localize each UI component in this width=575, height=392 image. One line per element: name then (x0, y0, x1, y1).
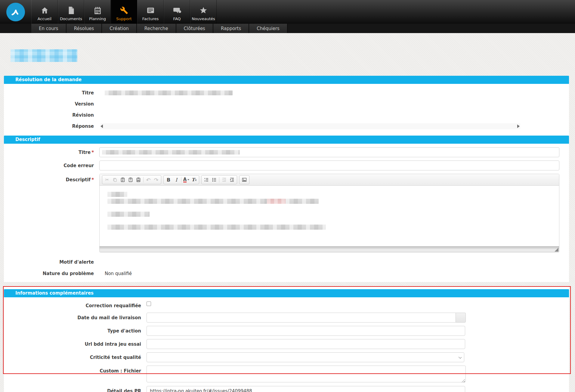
field-row-descriptif: Descriptif* ✂ (4, 174, 569, 253)
text-color-letter: A (183, 177, 187, 182)
subtab-cloturees[interactable]: Clôturées (176, 24, 213, 33)
subtab-resolues[interactable]: Résolues (66, 24, 102, 33)
tab-label: Accueil (38, 17, 51, 21)
reponse-label: Réponse (4, 123, 99, 129)
copy-icon (111, 176, 119, 184)
field-row-code-erreur: Code erreur (4, 161, 569, 170)
indent-icon[interactable] (228, 176, 236, 184)
bold-icon[interactable]: B (165, 176, 172, 184)
editor-content-area[interactable] (100, 186, 559, 246)
type-action-input[interactable] (147, 326, 465, 336)
date-mail-livraison-label: Date du mail de livraison (4, 315, 147, 321)
field-row-criticite: Criticité test qualité (4, 352, 569, 362)
paste-plain-text-icon[interactable] (127, 176, 134, 184)
criticite-select-wrap (147, 352, 464, 362)
remove-format-letter: T (191, 177, 195, 182)
subtab-chequiers[interactable]: Chéquiers (249, 24, 288, 33)
tab-factures[interactable]: Factures (137, 0, 164, 24)
editor-horizontal-scrollbar[interactable] (100, 246, 559, 252)
field-row-url-bdd: Url bdd intra jeu essai (4, 339, 569, 349)
section-body: Titre* Code erreur Descriptif* ✂ (4, 144, 569, 282)
detail-pr-input[interactable] (147, 386, 465, 392)
tab-label: FAQ (173, 17, 181, 21)
top-navigation-bar: Accueil Documents Planning Support Factu… (0, 0, 575, 24)
tab-label: Support (116, 17, 131, 21)
wrench-icon (120, 6, 128, 14)
invoice-icon (147, 6, 155, 14)
subtab-en-cours[interactable]: En cours (31, 24, 66, 33)
criticite-label: Criticité test qualité (4, 354, 147, 360)
toolbar-separator (219, 177, 219, 182)
nature-probleme-label: Nature du problème (4, 271, 99, 277)
tab-label: Documents (60, 17, 82, 21)
calendar-icon (94, 6, 102, 14)
url-bdd-input[interactable] (147, 339, 465, 349)
subtab-recherche[interactable]: Recherche (137, 24, 176, 33)
editor-toolbar: ✂ ↶ (100, 174, 559, 186)
section-descriptif: Descriptif Titre* Code erreur Descriptif… (4, 136, 569, 282)
remove-format-icon[interactable]: Tx (190, 176, 198, 184)
page-title-redacted (11, 49, 77, 62)
titre-label: Titre* (4, 149, 99, 155)
star-icon (199, 6, 208, 14)
editor-resize-grip[interactable] (555, 248, 558, 252)
insert-image-icon[interactable] (240, 176, 248, 184)
numbered-list-icon[interactable] (202, 176, 210, 184)
subtab-label: Clôturées (184, 26, 205, 31)
url-bdd-label: Url bdd intra jeu essai (4, 341, 147, 347)
custom-fichier-textarea[interactable] (147, 366, 466, 382)
field-row-custom-fichier: Custom : Fichier (4, 366, 569, 384)
subtab-creation[interactable]: Création (102, 24, 137, 33)
field-row-correction: Correction requalifiée (4, 302, 569, 308)
italic-icon[interactable]: I (172, 176, 180, 184)
redo-icon: ↷ (152, 176, 160, 184)
tab-support[interactable]: Support (111, 0, 137, 24)
titre-input-wrap (99, 147, 559, 157)
section-header: Informations complémentaires (4, 289, 569, 297)
toolbar-list-group (201, 175, 237, 184)
subtab-label: Création (110, 26, 128, 31)
custom-fichier-wrap (147, 366, 466, 384)
titre-value-redacted (105, 90, 233, 95)
editor-blank-line (107, 219, 551, 223)
code-erreur-input[interactable] (99, 161, 559, 170)
section-title: Informations complémentaires (15, 290, 94, 296)
collapse-left-icon[interactable] (100, 124, 103, 128)
expand-right-icon[interactable] (517, 124, 520, 128)
bulleted-list-icon[interactable] (210, 176, 218, 184)
subtab-rapports[interactable]: Rapports (213, 24, 249, 33)
section-header: Résolution de la demande (4, 76, 569, 84)
required-marker: * (91, 150, 94, 155)
reponse-collapsed-area[interactable] (100, 123, 520, 129)
field-row-date-livraison: Date du mail de livraison (4, 313, 569, 323)
topnav-filler (217, 0, 575, 24)
date-mail-livraison-input[interactable] (147, 313, 456, 323)
tab-faq[interactable]: FAQ (164, 0, 190, 24)
logo-cell (0, 0, 31, 24)
text-color-icon[interactable]: A (182, 176, 190, 184)
document-icon (68, 6, 75, 14)
section-title: Résolution de la demande (15, 77, 82, 82)
richtext-editor: ✂ ↶ (99, 174, 559, 253)
paste-icon[interactable] (119, 176, 127, 184)
revision-label: Révision (4, 112, 99, 118)
tab-accueil[interactable]: Accueil (31, 0, 58, 24)
toolbar-clipboard-group: ✂ ↶ (102, 175, 161, 184)
subtab-label: En cours (39, 26, 58, 31)
tab-planning[interactable]: Planning (84, 0, 111, 24)
nature-probleme-value: Non qualifié (105, 271, 132, 276)
editor-text-redacted (107, 225, 326, 230)
tab-nouveautes[interactable]: Nouveautés (190, 0, 217, 24)
subtab-label: Résolues (74, 26, 94, 31)
field-row-nature: Nature du problème Non qualifié (4, 271, 569, 277)
paste-from-word-icon[interactable] (134, 176, 142, 184)
section-body: Titre Version Révision Réponse (4, 84, 569, 136)
correction-requalifiee-checkbox[interactable] (147, 302, 151, 306)
detail-pr-label: Détail des PR (4, 388, 147, 392)
date-picker-button[interactable] (456, 313, 466, 323)
criticite-select[interactable] (147, 352, 464, 362)
tab-documents[interactable]: Documents (58, 0, 84, 24)
editor-text-redacted-red (267, 199, 286, 204)
tab-label: Factures (142, 17, 159, 21)
akuiteo-logo[interactable] (6, 3, 25, 21)
